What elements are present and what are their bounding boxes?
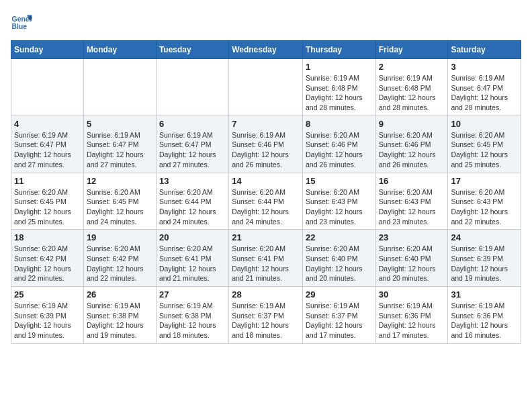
day-header-tuesday: Tuesday bbox=[156, 41, 228, 59]
calendar-cell: 14Sunrise: 6:20 AMSunset: 6:44 PMDayligh… bbox=[229, 173, 303, 230]
calendar-cell bbox=[11, 59, 84, 116]
day-header-friday: Friday bbox=[375, 41, 448, 59]
day-number: 26 bbox=[87, 289, 153, 300]
day-info: Sunrise: 6:20 AMSunset: 6:41 PMDaylight:… bbox=[159, 244, 226, 283]
day-info: Sunrise: 6:20 AMSunset: 6:45 PMDaylight:… bbox=[14, 187, 81, 227]
day-number: 2 bbox=[379, 62, 445, 72]
day-number: 7 bbox=[232, 119, 300, 129]
day-header-saturday: Saturday bbox=[448, 41, 521, 59]
day-info: Sunrise: 6:19 AMSunset: 6:39 PMDaylight:… bbox=[451, 244, 518, 283]
calendar-cell: 8Sunrise: 6:20 AMSunset: 6:46 PMDaylight… bbox=[302, 116, 375, 173]
calendar-cell: 26Sunrise: 6:19 AMSunset: 6:38 PMDayligh… bbox=[83, 287, 156, 344]
day-number: 28 bbox=[232, 289, 300, 300]
calendar-cell: 13Sunrise: 6:20 AMSunset: 6:44 PMDayligh… bbox=[156, 173, 228, 230]
day-info: Sunrise: 6:20 AMSunset: 6:40 PMDaylight:… bbox=[306, 244, 373, 283]
calendar-cell bbox=[229, 59, 303, 116]
day-info: Sunrise: 6:19 AMSunset: 6:47 PMDaylight:… bbox=[159, 130, 226, 170]
calendar-cell: 5Sunrise: 6:19 AMSunset: 6:47 PMDaylight… bbox=[83, 116, 156, 173]
page-header: General Blue bbox=[11, 11, 521, 32]
calendar-cell: 4Sunrise: 6:19 AMSunset: 6:47 PMDaylight… bbox=[11, 116, 84, 173]
day-info: Sunrise: 6:20 AMSunset: 6:42 PMDaylight:… bbox=[14, 244, 81, 283]
calendar-cell: 20Sunrise: 6:20 AMSunset: 6:41 PMDayligh… bbox=[156, 230, 228, 287]
calendar-cell: 31Sunrise: 6:19 AMSunset: 6:36 PMDayligh… bbox=[448, 287, 521, 344]
day-info: Sunrise: 6:20 AMSunset: 6:43 PMDaylight:… bbox=[451, 187, 518, 227]
day-info: Sunrise: 6:19 AMSunset: 6:39 PMDaylight:… bbox=[14, 301, 81, 340]
calendar-cell: 12Sunrise: 6:20 AMSunset: 6:45 PMDayligh… bbox=[83, 173, 156, 230]
calendar-week-3: 11Sunrise: 6:20 AMSunset: 6:45 PMDayligh… bbox=[11, 173, 521, 230]
calendar-cell: 11Sunrise: 6:20 AMSunset: 6:45 PMDayligh… bbox=[11, 173, 84, 230]
day-info: Sunrise: 6:19 AMSunset: 6:36 PMDaylight:… bbox=[451, 301, 518, 340]
day-number: 31 bbox=[451, 289, 518, 300]
calendar-week-4: 18Sunrise: 6:20 AMSunset: 6:42 PMDayligh… bbox=[11, 230, 521, 287]
day-number: 30 bbox=[379, 289, 445, 300]
day-number: 22 bbox=[306, 232, 373, 242]
calendar-cell: 9Sunrise: 6:20 AMSunset: 6:46 PMDaylight… bbox=[375, 116, 448, 173]
day-number: 8 bbox=[306, 119, 373, 129]
day-number: 21 bbox=[232, 232, 300, 242]
day-number: 13 bbox=[159, 176, 226, 186]
day-info: Sunrise: 6:20 AMSunset: 6:46 PMDaylight:… bbox=[379, 130, 445, 170]
day-info: Sunrise: 6:20 AMSunset: 6:45 PMDaylight:… bbox=[451, 130, 518, 170]
calendar-cell: 1Sunrise: 6:19 AMSunset: 6:48 PMDaylight… bbox=[302, 59, 375, 116]
day-info: Sunrise: 6:19 AMSunset: 6:36 PMDaylight:… bbox=[379, 301, 445, 340]
day-info: Sunrise: 6:19 AMSunset: 6:48 PMDaylight:… bbox=[379, 73, 445, 113]
day-info: Sunrise: 6:19 AMSunset: 6:47 PMDaylight:… bbox=[451, 73, 518, 113]
day-info: Sunrise: 6:20 AMSunset: 6:43 PMDaylight:… bbox=[306, 187, 373, 227]
day-header-monday: Monday bbox=[83, 41, 156, 59]
calendar-cell: 6Sunrise: 6:19 AMSunset: 6:47 PMDaylight… bbox=[156, 116, 228, 173]
day-info: Sunrise: 6:20 AMSunset: 6:45 PMDaylight:… bbox=[87, 187, 153, 227]
calendar-cell: 30Sunrise: 6:19 AMSunset: 6:36 PMDayligh… bbox=[375, 287, 448, 344]
day-info: Sunrise: 6:20 AMSunset: 6:43 PMDaylight:… bbox=[379, 187, 445, 227]
day-number: 12 bbox=[87, 176, 153, 186]
calendar-cell: 22Sunrise: 6:20 AMSunset: 6:40 PMDayligh… bbox=[302, 230, 375, 287]
day-info: Sunrise: 6:19 AMSunset: 6:47 PMDaylight:… bbox=[87, 130, 153, 170]
day-info: Sunrise: 6:20 AMSunset: 6:41 PMDaylight:… bbox=[232, 244, 300, 283]
day-number: 24 bbox=[451, 232, 518, 242]
day-number: 27 bbox=[159, 289, 226, 300]
calendar-week-5: 25Sunrise: 6:19 AMSunset: 6:39 PMDayligh… bbox=[11, 287, 521, 344]
calendar-cell: 15Sunrise: 6:20 AMSunset: 6:43 PMDayligh… bbox=[302, 173, 375, 230]
day-info: Sunrise: 6:19 AMSunset: 6:48 PMDaylight:… bbox=[306, 73, 373, 113]
day-info: Sunrise: 6:20 AMSunset: 6:40 PMDaylight:… bbox=[379, 244, 445, 283]
calendar-cell: 24Sunrise: 6:19 AMSunset: 6:39 PMDayligh… bbox=[448, 230, 521, 287]
day-number: 5 bbox=[87, 119, 153, 129]
calendar-cell: 16Sunrise: 6:20 AMSunset: 6:43 PMDayligh… bbox=[375, 173, 448, 230]
day-info: Sunrise: 6:19 AMSunset: 6:46 PMDaylight:… bbox=[232, 130, 300, 170]
calendar-week-1: 1Sunrise: 6:19 AMSunset: 6:48 PMDaylight… bbox=[11, 59, 521, 116]
day-number: 19 bbox=[87, 232, 153, 242]
calendar-cell: 29Sunrise: 6:19 AMSunset: 6:37 PMDayligh… bbox=[302, 287, 375, 344]
calendar-cell: 25Sunrise: 6:19 AMSunset: 6:39 PMDayligh… bbox=[11, 287, 84, 344]
logo: General Blue bbox=[11, 11, 38, 32]
calendar-cell: 17Sunrise: 6:20 AMSunset: 6:43 PMDayligh… bbox=[448, 173, 521, 230]
day-number: 9 bbox=[379, 119, 445, 129]
calendar-week-2: 4Sunrise: 6:19 AMSunset: 6:47 PMDaylight… bbox=[11, 116, 521, 173]
svg-text:Blue: Blue bbox=[12, 23, 28, 30]
logo-icon: General Blue bbox=[11, 11, 32, 32]
calendar-cell: 2Sunrise: 6:19 AMSunset: 6:48 PMDaylight… bbox=[375, 59, 448, 116]
calendar-cell bbox=[83, 59, 156, 116]
day-number: 15 bbox=[306, 176, 373, 186]
day-number: 3 bbox=[451, 62, 518, 72]
day-number: 29 bbox=[306, 289, 373, 300]
calendar-cell: 19Sunrise: 6:20 AMSunset: 6:42 PMDayligh… bbox=[83, 230, 156, 287]
day-info: Sunrise: 6:20 AMSunset: 6:44 PMDaylight:… bbox=[232, 187, 300, 227]
day-header-sunday: Sunday bbox=[11, 41, 84, 59]
day-number: 18 bbox=[14, 232, 81, 242]
calendar-cell bbox=[156, 59, 228, 116]
day-number: 11 bbox=[14, 176, 81, 186]
day-info: Sunrise: 6:19 AMSunset: 6:38 PMDaylight:… bbox=[87, 301, 153, 340]
day-info: Sunrise: 6:19 AMSunset: 6:37 PMDaylight:… bbox=[306, 301, 373, 340]
calendar-cell: 28Sunrise: 6:19 AMSunset: 6:37 PMDayligh… bbox=[229, 287, 303, 344]
day-header-thursday: Thursday bbox=[302, 41, 375, 59]
day-header-wednesday: Wednesday bbox=[229, 41, 303, 59]
day-number: 23 bbox=[379, 232, 445, 242]
calendar-cell: 18Sunrise: 6:20 AMSunset: 6:42 PMDayligh… bbox=[11, 230, 84, 287]
calendar-header-row: SundayMondayTuesdayWednesdayThursdayFrid… bbox=[11, 41, 521, 59]
calendar-cell: 3Sunrise: 6:19 AMSunset: 6:47 PMDaylight… bbox=[448, 59, 521, 116]
day-number: 17 bbox=[451, 176, 518, 186]
day-info: Sunrise: 6:19 AMSunset: 6:47 PMDaylight:… bbox=[14, 130, 81, 170]
day-number: 20 bbox=[159, 232, 226, 242]
day-number: 1 bbox=[306, 62, 373, 72]
day-info: Sunrise: 6:20 AMSunset: 6:44 PMDaylight:… bbox=[159, 187, 226, 227]
day-info: Sunrise: 6:19 AMSunset: 6:38 PMDaylight:… bbox=[159, 301, 226, 340]
